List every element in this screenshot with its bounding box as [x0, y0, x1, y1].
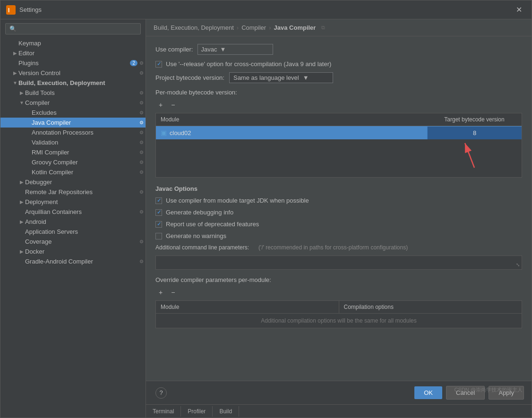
sidebar-item-label: Version Control	[18, 69, 139, 77]
sidebar-item-label: Java Compiler	[32, 119, 139, 126]
table-empty-area	[156, 139, 522, 177]
expand-arrow: ▶	[18, 249, 25, 254]
sidebar-item-label: Android	[25, 218, 146, 225]
sidebar-item-application-servers[interactable]: Application Servers	[0, 227, 146, 237]
use-compiler-label: Use compiler:	[155, 46, 193, 53]
settings-icon: ⚙	[139, 130, 144, 135]
generate-no-warnings-label: Generate no warnings	[166, 232, 226, 239]
table-cell-module: ▣ cloud02	[156, 126, 427, 139]
sidebar-item-kotlin-compiler[interactable]: Kotlin Compiler ⚙	[0, 167, 146, 177]
breadcrumb-part-1[interactable]: Build, Execution, Deployment	[154, 24, 234, 31]
settings-dialog: I Settings ✕ Keymap ▶ Editor	[0, 0, 532, 418]
sidebar-item-build-execution[interactable]: ▼ Build, Execution, Deployment	[0, 78, 146, 88]
release-option-row: Use '--release' option for cross-compila…	[155, 60, 522, 68]
sidebar-item-build-tools[interactable]: ▶ Build Tools ⚙	[0, 88, 146, 98]
sidebar-item-android[interactable]: ▶ Android	[0, 217, 146, 227]
cmd-input-field[interactable]: ⤡	[155, 256, 522, 270]
override-label: Override compiler parameters per-module:	[155, 276, 522, 283]
sidebar-item-docker[interactable]: ▶ Docker	[0, 247, 146, 256]
use-compiler-module-checkbox[interactable]	[155, 197, 162, 204]
sidebar-item-label: RMI Compiler	[32, 149, 139, 156]
bytecode-value: Same as language level	[233, 74, 299, 81]
sidebar-item-label: Remote Jar Repositories	[25, 188, 139, 196]
sidebar-item-label: Coverage	[25, 238, 139, 245]
generate-debugging-checkbox[interactable]	[155, 209, 162, 216]
remove-override-button[interactable]: −	[168, 287, 178, 298]
content-area: Keymap ▶ Editor Plugins 2 ⚙ ▶ Version	[0, 19, 532, 418]
override-toolbar: + −	[155, 287, 522, 298]
tab-profiler[interactable]: Profiler	[181, 406, 213, 417]
cmd-input-container: ⤡	[155, 256, 522, 270]
watermark: CSDN @崇尚学技术的班主人	[455, 386, 523, 393]
compiler-select[interactable]: Javac ▼	[197, 44, 273, 55]
module-name: cloud02	[170, 129, 191, 136]
use-compiler-row: Use compiler: Javac ▼	[155, 44, 522, 55]
sidebar-item-arquillian[interactable]: Arquillian Containers ⚙	[0, 207, 146, 217]
override-col-module: Module	[156, 301, 339, 313]
override-empty-text: Additional compilation options will be t…	[156, 314, 522, 328]
sidebar-item-gradle-android[interactable]: Gradle-Android Compiler ⚙	[0, 256, 146, 266]
remove-module-button[interactable]: −	[168, 100, 178, 110]
search-box	[0, 19, 146, 38]
sidebar-item-label: Gradle-Android Compiler	[25, 258, 139, 265]
sidebar-item-coverage[interactable]: Coverage ⚙	[0, 237, 146, 247]
generate-no-warnings-checkbox[interactable]	[155, 233, 162, 239]
settings-icon: ⚙	[139, 209, 144, 214]
expand-icon[interactable]: ⤡	[516, 262, 520, 267]
per-module-section: Per-module bytecode version: + − Module …	[155, 89, 522, 178]
sidebar-item-version-control[interactable]: ▶ Version Control ⚙	[0, 68, 146, 78]
add-override-button[interactable]: +	[155, 287, 166, 298]
sidebar: Keymap ▶ Editor Plugins 2 ⚙ ▶ Version	[0, 19, 146, 418]
ok-button[interactable]: OK	[414, 386, 442, 399]
sidebar-item-label: Groovy Compiler	[32, 159, 139, 166]
module-folder-icon: ▣	[161, 129, 167, 136]
sidebar-item-excludes[interactable]: Excludes ⚙	[0, 108, 146, 118]
sidebar-item-compiler[interactable]: ▼ Compiler ⚙	[0, 98, 146, 108]
expand-arrow: ▶	[12, 70, 18, 76]
red-arrow-indicator	[408, 139, 484, 172]
search-input[interactable]	[5, 23, 141, 34]
sidebar-item-remote-jar[interactable]: Remote Jar Repositories ⚙	[0, 187, 146, 197]
sidebar-item-plugins[interactable]: Plugins 2 ⚙	[0, 58, 146, 68]
sidebar-item-label: Docker	[25, 248, 146, 255]
override-table: Module Compilation options Additional co…	[155, 300, 522, 328]
tab-build[interactable]: Build	[213, 406, 239, 417]
settings-icon: ⚙	[139, 259, 144, 264]
override-col-options: Compilation options	[339, 301, 522, 313]
sidebar-item-validation[interactable]: Validation ⚙	[0, 137, 146, 147]
sidebar-item-annotation-processors[interactable]: Annotation Processors ⚙	[0, 128, 146, 137]
expand-arrow: ▼	[12, 80, 18, 85]
expand-arrow: ▶	[12, 51, 18, 56]
sidebar-item-editor[interactable]: ▶ Editor	[0, 48, 146, 58]
sidebar-item-debugger[interactable]: ▶ Debugger	[0, 177, 146, 187]
svg-rect-0	[6, 5, 16, 15]
close-button[interactable]: ✕	[512, 3, 526, 16]
release-option-checkbox[interactable]	[155, 61, 162, 68]
breadcrumb-sep-1: ›	[237, 24, 239, 31]
compiler-value: Javac	[201, 46, 217, 53]
settings-icon: ⚙	[139, 100, 144, 105]
sidebar-item-keymap[interactable]: Keymap	[0, 38, 146, 48]
bytecode-select[interactable]: Same as language level ▼	[229, 72, 333, 83]
sidebar-item-java-compiler[interactable]: Java Compiler ⚙	[0, 118, 146, 128]
table-cell-version[interactable]: 8	[427, 127, 522, 139]
sidebar-item-label: Application Servers	[25, 228, 146, 235]
sidebar-item-rmi-compiler[interactable]: RMI Compiler ⚙	[0, 147, 146, 157]
help-button[interactable]: ?	[155, 387, 167, 399]
sidebar-item-label: Excludes	[32, 109, 139, 116]
report-deprecated-checkbox[interactable]	[155, 221, 162, 228]
javac-options-section: Javac Options Use compiler from module t…	[155, 185, 522, 328]
settings-icon: ⚙	[139, 90, 144, 95]
add-module-button[interactable]: +	[155, 100, 166, 110]
sidebar-item-deployment[interactable]: ▶ Deployment	[0, 197, 146, 207]
table-row[interactable]: ▣ cloud02 8	[156, 126, 522, 139]
sidebar-item-label: Deployment	[25, 198, 146, 205]
tab-terminal[interactable]: Terminal	[146, 406, 181, 417]
table-header: Module Target bytecode version	[156, 113, 522, 126]
expand-arrow: ▶	[18, 199, 25, 205]
sidebar-item-groovy-compiler[interactable]: Groovy Compiler ⚙	[0, 157, 146, 167]
settings-icon: ⚙	[139, 239, 144, 244]
sidebar-item-label: Keymap	[18, 40, 146, 47]
breadcrumb-part-2[interactable]: Compiler	[241, 24, 266, 31]
select-arrow-icon: ▼	[220, 46, 226, 53]
